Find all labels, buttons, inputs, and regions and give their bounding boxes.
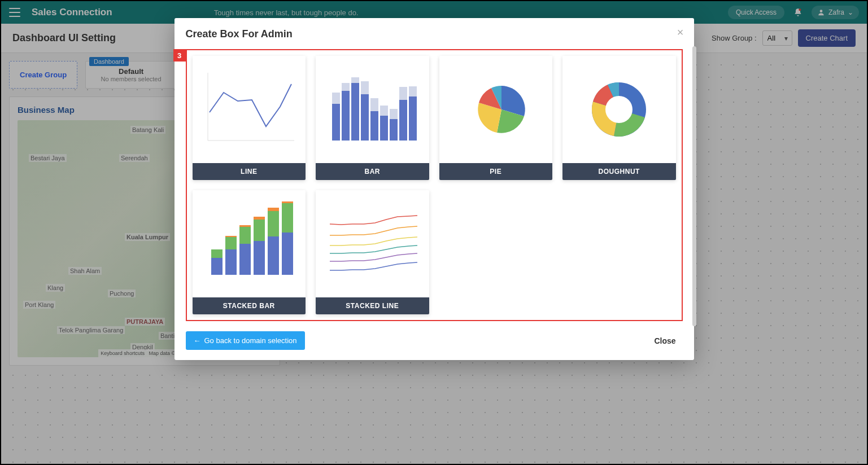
svg-rect-21: [399, 87, 407, 100]
app-frame: Sales Connection Tough times never last,…: [0, 0, 868, 465]
arrow-left-icon: ←: [194, 336, 201, 345]
svg-rect-16: [351, 77, 359, 83]
svg-rect-22: [409, 86, 417, 96]
doughnut-chart-icon: [562, 56, 676, 163]
modal-title: Create Box For Admin: [186, 28, 683, 40]
modal-overlay: Create Box For Admin × 3 LINE: [1, 1, 867, 464]
svg-rect-11: [390, 119, 398, 141]
pie-chart-icon: [439, 56, 553, 163]
svg-point-24: [605, 96, 633, 123]
svg-rect-13: [409, 96, 417, 141]
svg-rect-10: [380, 116, 388, 141]
svg-rect-31: [239, 227, 251, 244]
svg-rect-7: [351, 83, 359, 141]
svg-rect-12: [399, 100, 407, 141]
line-chart-icon: [193, 56, 306, 163]
svg-rect-39: [282, 232, 293, 275]
chart-option-doughnut[interactable]: DOUGHNUT: [562, 56, 676, 180]
chart-option-pie[interactable]: PIE: [439, 56, 553, 180]
svg-rect-36: [268, 236, 279, 275]
svg-rect-18: [370, 98, 378, 111]
svg-rect-40: [282, 203, 293, 232]
svg-rect-30: [239, 244, 251, 275]
svg-rect-38: [268, 208, 279, 211]
svg-rect-19: [380, 106, 388, 116]
svg-rect-28: [225, 237, 237, 249]
chart-option-bar[interactable]: BAR: [316, 56, 429, 180]
svg-rect-25: [211, 258, 223, 275]
svg-rect-33: [254, 241, 265, 275]
svg-rect-41: [282, 201, 293, 203]
svg-rect-17: [361, 81, 369, 94]
svg-rect-26: [211, 249, 223, 258]
stacked-bar-chart-icon: [193, 190, 306, 297]
chart-option-line[interactable]: LINE: [193, 56, 306, 180]
svg-rect-6: [342, 91, 350, 141]
svg-rect-37: [268, 211, 279, 236]
svg-rect-29: [225, 236, 237, 237]
go-back-button[interactable]: ← Go back to domain selection: [186, 331, 305, 350]
step-badge: 3: [173, 49, 186, 62]
modal-close-button[interactable]: ×: [677, 26, 684, 39]
stacked-line-chart-icon: [316, 190, 429, 297]
svg-rect-20: [390, 109, 398, 119]
svg-rect-8: [361, 94, 369, 141]
svg-rect-15: [342, 83, 350, 91]
svg-rect-14: [332, 93, 340, 104]
svg-rect-34: [254, 220, 265, 241]
svg-rect-5: [332, 104, 340, 141]
close-button[interactable]: Close: [647, 332, 682, 350]
create-box-modal: Create Box For Admin × 3 LINE: [175, 18, 694, 360]
svg-rect-32: [239, 225, 251, 227]
svg-rect-9: [370, 111, 378, 141]
chart-option-stacked-line[interactable]: STACKED LINE: [316, 190, 429, 314]
svg-rect-27: [225, 249, 237, 275]
svg-rect-2: [201, 67, 297, 152]
chart-type-selection-area: 3 LINE: [186, 49, 683, 321]
chart-option-stacked-bar[interactable]: STACKED BAR: [193, 190, 306, 314]
bar-chart-icon: [316, 56, 429, 163]
svg-rect-35: [254, 217, 265, 220]
modal-scrollbar[interactable]: [692, 46, 696, 326]
